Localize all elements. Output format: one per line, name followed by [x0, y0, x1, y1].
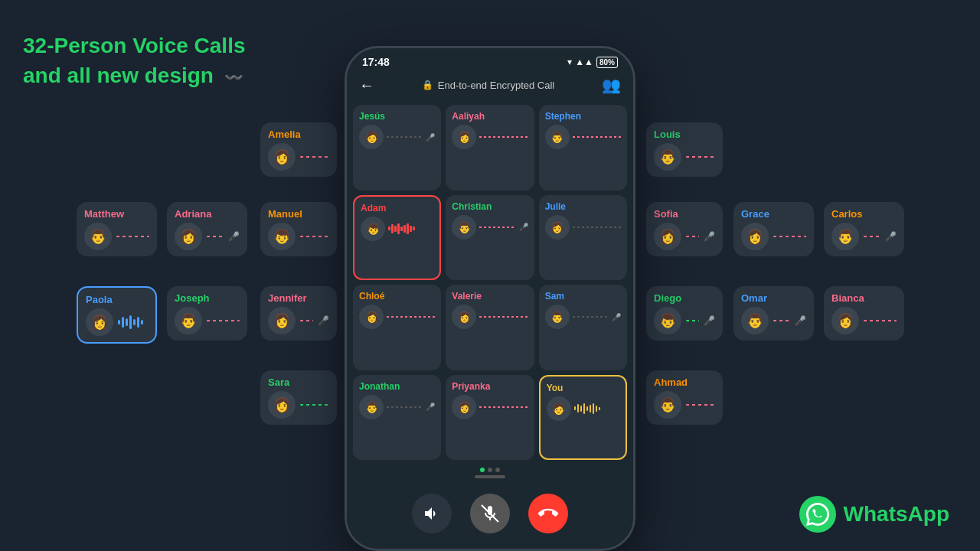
dots-carlos: [864, 236, 880, 237]
bg-card-sara: Sara 👩: [260, 370, 337, 425]
card-name-bianca: Bianca: [831, 292, 897, 304]
mute-button[interactable]: [470, 494, 510, 533]
bg-card-carlos: Carlos 👨 🎤: [824, 202, 904, 256]
avatar-amelia: 👩: [268, 143, 296, 171]
card-name-adriana: Adriana: [175, 208, 240, 220]
avatar-omar: 👨: [741, 307, 769, 334]
group-icon[interactable]: 👥: [602, 76, 621, 94]
p-name-christian: Christian: [452, 201, 528, 212]
participant-christian: Christian 👨 🎤: [446, 195, 534, 281]
p-avatar-priyanka: 👩: [452, 395, 476, 419]
dots-louis: [686, 156, 715, 158]
status-time: 17:48: [362, 56, 390, 68]
card-name-louis: Louis: [654, 129, 715, 140]
participant-priyanka: Priyanka 👩: [446, 375, 534, 461]
p-avatar-aaliyah: 👩: [452, 125, 476, 149]
end-call-button[interactable]: [528, 494, 568, 533]
bg-card-joseph: Joseph 👨: [167, 286, 247, 341]
card-name-sara: Sara: [268, 377, 329, 388]
card-name-manuel: Manuel: [268, 208, 329, 220]
participant-sam: Sam 👨 🎤: [539, 285, 627, 370]
scroll-dot-2: [488, 468, 492, 472]
p-dots-priyanka: [479, 406, 528, 408]
card-name-grace: Grace: [741, 208, 806, 220]
card-name-jennifer: Jennifer: [268, 292, 329, 304]
waveform-icon: 〰️: [224, 67, 243, 88]
dots-adriana: [207, 236, 224, 237]
p-dots-chloe: [387, 316, 435, 318]
whatsapp-label: WhatsApp: [844, 502, 949, 527]
scroll-dot-1: [480, 468, 485, 472]
signal-icon: ▲▲: [575, 57, 593, 67]
wifi-icon: ▾: [567, 57, 572, 67]
p-mic-sam: 🎤: [612, 313, 621, 321]
card-name-omar: Omar: [741, 292, 806, 304]
avatar-matthew: 👨: [84, 223, 112, 250]
bg-card-sofia: Sofia 👩 🎤: [646, 202, 723, 256]
p-name-chloe: Chloé: [359, 291, 435, 302]
dots-grace: [773, 236, 806, 237]
dots-sofia: [686, 236, 699, 237]
wave-adam: [388, 223, 415, 235]
p-dots-sam: [573, 316, 609, 318]
p-mic-christian: 🎤: [519, 223, 528, 231]
avatar-joseph: 👨: [175, 307, 202, 334]
p-mic-jonathan: 🎤: [426, 403, 435, 411]
avatar-manuel: 👦: [268, 223, 296, 250]
back-button[interactable]: ←: [359, 77, 374, 94]
mic-icon-adriana: 🎤: [228, 231, 240, 242]
dots-amelia: [300, 156, 329, 158]
phone-frame: 17:48 ▾ ▲▲ 80% ← 🔒 End-to-end Encrypted …: [345, 46, 635, 551]
participant-jesus: Jesús 🧑 🎤: [353, 105, 441, 191]
speaker-button[interactable]: [412, 494, 452, 533]
avatar-grace: 👩: [741, 223, 769, 250]
bg-card-adriana: Adriana 👩 🎤: [167, 202, 247, 256]
p-avatar-jesus: 🧑: [359, 125, 384, 149]
p-dots-aaliyah: [479, 136, 528, 138]
wave-you: [574, 403, 601, 415]
avatar-bianca: 👩: [831, 307, 859, 334]
p-name-jesus: Jesús: [359, 111, 435, 122]
p-dots-christian: [479, 227, 515, 228]
bg-card-manuel: Manuel 👦: [260, 202, 337, 256]
avatar-sofia: 👩: [654, 223, 681, 250]
p-name-stephen: Stephen: [545, 111, 621, 122]
p-avatar-chloe: 👩: [359, 305, 384, 329]
p-name-julie: Julie: [545, 201, 621, 212]
p-avatar-adam: 👦: [361, 217, 385, 241]
avatar-paola: 👩: [86, 308, 113, 336]
avatar-louis: 👨: [654, 143, 681, 171]
participant-jonathan: Jonathan 👨 🎤: [353, 375, 441, 461]
dots-diego: [686, 320, 699, 321]
dots-bianca: [864, 320, 897, 321]
p-avatar-stephen: 👨: [545, 125, 570, 149]
hero-line2: and all new design 〰️: [23, 60, 246, 90]
p-avatar-valerie: 👩: [452, 305, 476, 329]
dots-jennifer: [300, 320, 313, 321]
bg-card-bianca: Bianca 👩: [824, 286, 904, 341]
p-dots-stephen: [573, 136, 621, 138]
avatar-sara: 👩: [268, 391, 296, 419]
p-dots-julie: [573, 227, 621, 228]
dots-manuel: [300, 236, 329, 237]
p-name-you: You: [547, 383, 619, 393]
p-name-jonathan: Jonathan: [359, 381, 435, 392]
scroll-dot-3: [495, 468, 500, 472]
p-dots-jesus: [387, 136, 423, 138]
bg-card-omar: Omar 👨 🎤: [733, 286, 814, 341]
p-mic-jesus: 🎤: [426, 133, 435, 142]
p-name-adam: Adam: [361, 203, 433, 214]
participants-grid: Jesús 🧑 🎤 Aaliyah 👩 Stephen 👨: [347, 100, 633, 465]
p-dots-jonathan: [387, 406, 423, 408]
mic-icon-jennifer: 🎤: [318, 315, 329, 326]
card-name-ahmad: Ahmad: [654, 377, 715, 388]
bg-card-paola: Paola 👩: [77, 286, 157, 344]
dots-matthew: [116, 236, 149, 237]
participant-stephen: Stephen 👨: [539, 105, 627, 191]
battery-icon: 80%: [596, 57, 618, 67]
mic-icon-carlos: 🎤: [885, 231, 897, 242]
participant-adam: Adam 👦: [353, 195, 441, 281]
scroll-dots: [347, 465, 633, 475]
avatar-jennifer: 👩: [268, 307, 296, 334]
dots-ahmad: [686, 404, 715, 406]
